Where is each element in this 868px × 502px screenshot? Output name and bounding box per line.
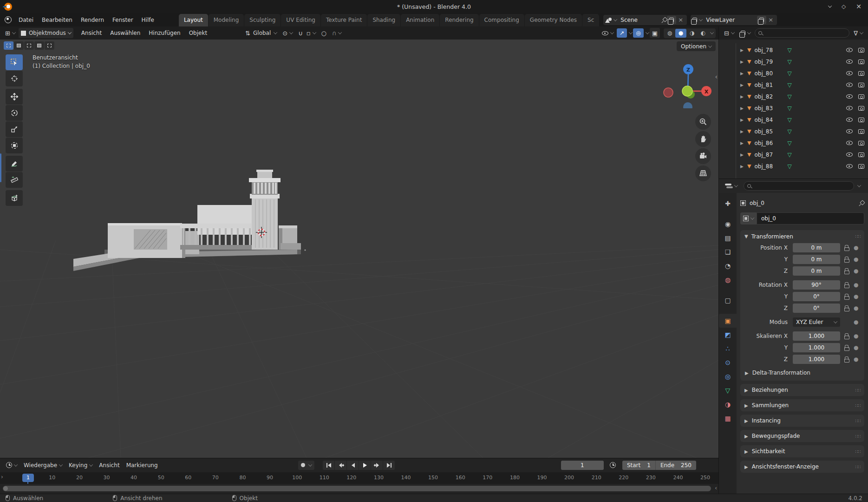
tab-physics-icon[interactable]: ⊙ bbox=[719, 356, 737, 370]
editor-type-button[interactable]: ⊞ bbox=[3, 29, 18, 38]
tab-scene-icon[interactable]: ◔ bbox=[719, 259, 737, 273]
lock-icon[interactable] bbox=[844, 257, 849, 262]
panel-drag-handle[interactable]: ∷∷ bbox=[855, 403, 860, 408]
timeline-scrollbar[interactable] bbox=[3, 486, 711, 491]
next-keyframe-button[interactable] bbox=[371, 461, 383, 470]
playback-menu[interactable]: Wiedergabe bbox=[21, 461, 65, 469]
tab-particles-icon[interactable]: ∴ bbox=[719, 342, 737, 356]
visibility-dropdown[interactable] bbox=[600, 30, 616, 36]
outliner-row[interactable]: ▶ ▼ obj_83 ▽ bbox=[719, 102, 868, 114]
position-y-field[interactable]: 0 m bbox=[793, 255, 840, 264]
object-name[interactable]: obj_84 bbox=[754, 117, 781, 123]
breadcrumb-object-name[interactable]: obj_0 bbox=[750, 200, 764, 206]
panel-drag-handle[interactable]: ∷∷ bbox=[855, 434, 860, 439]
pan-hand-button[interactable] bbox=[695, 131, 711, 147]
animate-dot[interactable]: ● bbox=[854, 333, 858, 339]
start-frame-field[interactable]: Start1 bbox=[622, 462, 655, 469]
disable-in-render-icon[interactable] bbox=[858, 83, 864, 87]
select-mode-intersect[interactable] bbox=[45, 41, 54, 50]
hide-in-viewport-icon[interactable] bbox=[846, 164, 853, 168]
expand-arrow-icon[interactable]: ▶ bbox=[740, 48, 744, 53]
tab-texture-icon[interactable]: ▦ bbox=[719, 411, 737, 425]
scene-name[interactable]: Scene bbox=[617, 17, 661, 23]
expand-arrow-icon[interactable]: ▶ bbox=[740, 164, 744, 169]
use-preview-range-toggle[interactable] bbox=[607, 461, 619, 470]
auto-keying-toggle[interactable] bbox=[298, 461, 314, 470]
tab-modifiers-icon[interactable]: ◩ bbox=[719, 328, 737, 342]
scale-tool[interactable] bbox=[6, 121, 23, 137]
viewport-menu-item[interactable]: Hinzufügen bbox=[144, 30, 184, 36]
shading-wireframe-button[interactable]: ◍ bbox=[664, 29, 675, 38]
toolbar-scrollbar[interactable] bbox=[0, 153, 1, 182]
disable-in-render-icon[interactable] bbox=[858, 106, 864, 111]
timeline-expand-arrow[interactable]: › bbox=[1, 474, 3, 480]
shading-material-button[interactable]: ◑ bbox=[686, 29, 698, 38]
object-name[interactable]: obj_80 bbox=[754, 70, 781, 77]
select-mode-subtract[interactable] bbox=[24, 41, 34, 50]
animate-dot[interactable]: ● bbox=[854, 305, 858, 311]
menu-item[interactable]: Fenster bbox=[108, 17, 137, 23]
move-tool[interactable] bbox=[6, 89, 23, 105]
collapsed-panel[interactable]: ▶ Sichtbarkeit ∷∷ bbox=[740, 445, 864, 457]
select-mode-set[interactable] bbox=[4, 41, 13, 50]
select-box-tool[interactable] bbox=[6, 54, 23, 70]
panel-drag-handle[interactable]: ∷∷ bbox=[855, 449, 860, 454]
timeline-editor-type-button[interactable] bbox=[4, 461, 20, 469]
disable-in-render-icon[interactable] bbox=[858, 48, 864, 53]
workspace-tab[interactable]: Sc bbox=[582, 14, 599, 26]
pin-icon[interactable] bbox=[661, 17, 667, 23]
3d-viewport[interactable]: Optionen Benutzeransicht (1) Collection … bbox=[0, 40, 718, 458]
scale-y-field[interactable]: 1.000 bbox=[793, 343, 840, 352]
outliner-row[interactable]: ▶ ▼ obj_87 ▽ bbox=[719, 149, 868, 160]
panel-drag-handle[interactable]: ∷∷ bbox=[855, 234, 860, 239]
scene-selector[interactable]: Scene × bbox=[603, 15, 687, 25]
timeline-collapse-arrow[interactable]: ‹ bbox=[715, 485, 717, 491]
transform-tool[interactable] bbox=[6, 138, 23, 153]
prev-keyframe-button[interactable] bbox=[335, 461, 346, 470]
outliner-filter-button[interactable]: ∇ bbox=[851, 29, 865, 38]
hide-in-viewport-icon[interactable] bbox=[846, 83, 853, 87]
viewport-menu-item[interactable]: Auswählen bbox=[106, 30, 144, 36]
object-name[interactable]: obj_85 bbox=[754, 128, 781, 135]
outliner-row[interactable]: ▶ ▼ obj_88 ▽ bbox=[719, 160, 868, 172]
panel-drag-handle[interactable]: ∷∷ bbox=[855, 418, 860, 423]
hide-in-viewport-icon[interactable] bbox=[846, 71, 853, 75]
object-name[interactable]: obj_86 bbox=[754, 140, 781, 146]
select-mode-invert[interactable] bbox=[34, 41, 44, 50]
outliner-search[interactable] bbox=[755, 28, 849, 38]
expand-arrow-icon[interactable]: ▶ bbox=[740, 59, 744, 64]
cursor-tool[interactable] bbox=[6, 71, 23, 86]
object-name-field[interactable]: obj_0 bbox=[757, 212, 864, 225]
scale-x-field[interactable]: 1.000 bbox=[793, 331, 840, 341]
pin-id-icon[interactable] bbox=[859, 200, 864, 206]
lock-icon[interactable] bbox=[844, 245, 849, 251]
workspace-tab[interactable]: Modeling bbox=[209, 14, 244, 26]
snap-settings-dropdown[interactable]: ▫ bbox=[304, 29, 318, 38]
end-frame-field[interactable]: Ende250 bbox=[656, 462, 696, 469]
marker-menu[interactable]: Markierung bbox=[124, 461, 160, 469]
collapsed-panel[interactable]: ▶ Bewegungspfade ∷∷ bbox=[740, 430, 864, 442]
outliner-row[interactable]: ▶ ▼ obj_82 ▽ bbox=[719, 91, 868, 102]
outliner-row[interactable]: ▶ ▼ obj_80 ▽ bbox=[719, 67, 868, 79]
lock-icon[interactable] bbox=[844, 282, 849, 288]
workspace-tab[interactable]: Sculpting bbox=[244, 14, 281, 26]
menu-item[interactable]: Hilfe bbox=[137, 17, 158, 23]
jump-to-end-button[interactable] bbox=[383, 461, 395, 470]
tab-constraints-icon[interactable]: ◎ bbox=[719, 370, 737, 383]
outliner-editor-type-button[interactable]: ⊟ bbox=[722, 29, 737, 38]
shading-rendered-button[interactable]: ◐ bbox=[698, 29, 709, 38]
tab-tool-icon[interactable]: ✚ bbox=[719, 197, 737, 211]
outliner-row[interactable]: ▶ ▼ obj_78 ▽ bbox=[719, 44, 868, 56]
outliner-search-input[interactable] bbox=[764, 30, 846, 36]
position-z-field[interactable]: 0 m bbox=[793, 266, 840, 276]
measure-tool[interactable] bbox=[6, 172, 23, 188]
options-dropdown[interactable]: Optionen bbox=[677, 41, 716, 51]
lock-icon[interactable] bbox=[844, 357, 849, 362]
expand-arrow-icon[interactable]: ▶ bbox=[740, 106, 744, 111]
lock-icon[interactable] bbox=[844, 333, 849, 339]
animate-dot[interactable]: ● bbox=[854, 319, 858, 325]
workspace-tab[interactable]: Geometry Nodes bbox=[525, 14, 582, 26]
workspace-tab[interactable]: Layout bbox=[179, 14, 208, 26]
expand-arrow-icon[interactable]: ▶ bbox=[740, 141, 744, 145]
disable-in-render-icon[interactable] bbox=[858, 164, 864, 169]
